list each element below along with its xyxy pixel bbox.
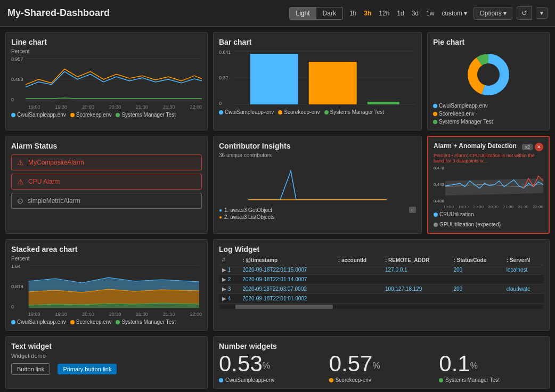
refresh-button[interactable]: ↺ <box>517 6 532 20</box>
stacked-y-mid: 0.818 <box>11 284 23 289</box>
number-dot-2 <box>329 378 333 382</box>
number-legend-2: Scorekeep-env <box>329 377 371 383</box>
stacked-x7: 22:00 <box>190 312 202 317</box>
header-controls: Light Dark 1h 3h 12h 1d 3d 1w custom ▾ O… <box>289 6 548 20</box>
anomaly-y1: 0.478 <box>434 166 444 170</box>
bar-chart-title: Bar chart <box>219 38 416 46</box>
contrib-dot-1: ● <box>219 207 222 213</box>
bar-legend-dot-scorekeep <box>278 110 282 115</box>
log-ts-2: 2020-09-18T22:01:14.0007 <box>239 275 335 284</box>
log-expand-1[interactable]: ▶ <box>222 267 226 273</box>
anomaly-header: Alarm + Anomaly Detection x2 ✕ <box>434 142 543 152</box>
stacked-legend-cwui: CwuiSampleapp.env <box>11 319 66 325</box>
legend-cwui: CwuiSampleapp.env <box>11 112 66 118</box>
stacked-area-widget: Stacked area chart Percent 1.64 0.818 0 <box>5 239 208 331</box>
anomaly-legend: CPUUtilization GPUUtilization (expected) <box>434 211 543 227</box>
stacked-legend-scorekeep: Scorekeep.env <box>70 319 112 325</box>
stacked-title: Stacked area chart <box>11 245 202 254</box>
log-row-1: ▶ 1 2020-09-18T22:01:15.0007 127.0.0.1 2… <box>219 265 544 275</box>
number-unit-3: % <box>470 361 478 370</box>
bar-legend-label-scorekeep: Scorekeep-env <box>284 109 320 115</box>
legend-dot-cwui <box>11 113 15 117</box>
time-1h-button[interactable]: 1h <box>347 9 358 18</box>
anomaly-label-cpu: CPUUtilization <box>439 211 474 217</box>
anomaly-x4: 20:30 <box>488 205 499 209</box>
line-chart-x7: 22:00 <box>190 104 202 110</box>
alarm-icon-cpu: ⚠ <box>17 177 24 186</box>
line-chart-y-min: 0 <box>11 97 23 102</box>
bar-chart-svg <box>233 48 416 107</box>
theme-light-button[interactable]: Light <box>290 7 316 19</box>
stacked-dot-sysmanager <box>116 320 120 324</box>
bar-legend-sysmanager: Systems Manager Test <box>324 109 385 115</box>
log-addr-3: 100.127.18.129 <box>382 284 451 294</box>
log-col-server[interactable]: : ServerN <box>503 256 544 265</box>
alarm-cpu[interactable]: ⚠ CPU Alarm <box>11 174 202 190</box>
time-3d-button[interactable]: 3d <box>410 9 421 18</box>
options-button[interactable]: Options ▾ <box>474 7 512 20</box>
alarm-simple[interactable]: ⊝ simpleMetricAlarm <box>11 193 202 209</box>
log-expand-3[interactable]: ▶ <box>222 286 226 292</box>
legend-dot-scorekeep <box>70 113 75 117</box>
stacked-subtitle: Percent <box>11 256 202 262</box>
stacked-label-sysmanager: Systems Manager Test <box>121 319 176 325</box>
line-chart-y-max: 0.957 <box>11 56 23 62</box>
log-expand-2[interactable]: ▶ <box>222 276 226 282</box>
alarm-composite[interactable]: ⚠ MyCompositeAlarm <box>11 154 202 170</box>
log-scrollbar[interactable] <box>219 305 544 309</box>
stacked-y-min: 0 <box>11 304 23 309</box>
log-col-addr[interactable]: : REMOTE_ADDR <box>382 256 451 265</box>
number-val-1: 0.53 <box>219 351 263 376</box>
log-col-timestamp[interactable]: : @timestamp <box>239 256 335 265</box>
time-1w-button[interactable]: 1w <box>424 9 436 18</box>
log-col-status[interactable]: : StatusCode <box>450 256 503 265</box>
pie-legend-label-sysmanager: Systems Manager Test <box>439 119 493 125</box>
number-unit-2: % <box>372 361 380 370</box>
pie-legend-cwui: CwuiSampleapp.env <box>433 103 544 109</box>
log-scroll-area[interactable]: # : @timestamp : accountId : REMOTE_ADDR… <box>219 256 544 304</box>
log-expand-4[interactable]: ▶ <box>222 296 226 301</box>
number-item-1: 0.53% CwuiSampleapp-env <box>219 353 324 383</box>
log-widget: Log Widget # : @timestamp : accountId : … <box>213 239 550 331</box>
contrib-item-2: ● 2. aws.s3 ListObjects <box>219 214 416 220</box>
contributor-count: 36 unique contributors <box>219 152 416 158</box>
contributor-title: Contributor Insights <box>219 142 416 150</box>
stacked-dot-scorekeep <box>70 320 75 324</box>
btn-primary-button[interactable]: Primary button link <box>58 364 117 374</box>
log-row-2: ▶ 2 2020-09-18T22:01:14.0007 <box>219 275 544 284</box>
btn-link-button[interactable]: Button link <box>11 363 50 375</box>
stacked-x2: 19:30 <box>55 312 68 317</box>
legend-dot-sysmanager <box>116 113 120 117</box>
contrib-label-2: 2. aws.s3 ListObjects <box>224 214 274 220</box>
pie-legend-dot-cwui <box>433 104 437 108</box>
log-addr-2 <box>382 275 451 284</box>
stacked-x1: 19:00 <box>28 312 40 317</box>
theme-dark-button[interactable]: Dark <box>316 7 342 19</box>
time-12h-button[interactable]: 12h <box>377 9 391 18</box>
pie-legend-scorekeep: Scorekeep.env <box>433 111 544 117</box>
bar-y-mid: 0.32 <box>219 75 231 80</box>
time-custom-button[interactable]: custom ▾ <box>439 9 469 18</box>
legend-scorekeep: Scorekeep env <box>70 112 112 118</box>
anomaly-close-button[interactable]: ✕ <box>535 143 543 151</box>
log-account-3 <box>335 284 382 294</box>
legend-label-sysmanager: Systems Manager Test <box>121 112 176 118</box>
log-server-3: cloudwatc <box>503 284 544 294</box>
bar-legend-scorekeep: Scorekeep-env <box>278 109 320 115</box>
log-col-account[interactable]: : accountId <box>335 256 382 265</box>
dashboard-title: My-Shared-Dashboard <box>7 7 110 19</box>
stacked-x4: 20:30 <box>109 312 121 317</box>
refresh-dropdown-button[interactable]: ▼ <box>536 7 548 19</box>
anomaly-alert-text: Percent • Alarm: CPUUtilization is not w… <box>434 153 543 164</box>
log-account-4 <box>335 294 382 304</box>
time-3h-button[interactable]: 3h <box>362 9 373 18</box>
log-ts-3: 2020-09.18T22:03:07.0002 <box>239 284 335 294</box>
alarm-icon-simple: ⊝ <box>17 197 23 205</box>
log-account-1 <box>335 265 382 275</box>
contrib-item-1: ● 1. aws.s3 GetObject ○ <box>219 207 416 213</box>
number-dot-1 <box>219 378 223 382</box>
time-1d-button[interactable]: 1d <box>395 9 406 18</box>
anomaly-title: Alarm + Anomaly Detection <box>434 142 517 150</box>
anomaly-label-gpu: GPUUtilization (expected) <box>439 222 501 227</box>
log-status-4 <box>450 294 503 304</box>
